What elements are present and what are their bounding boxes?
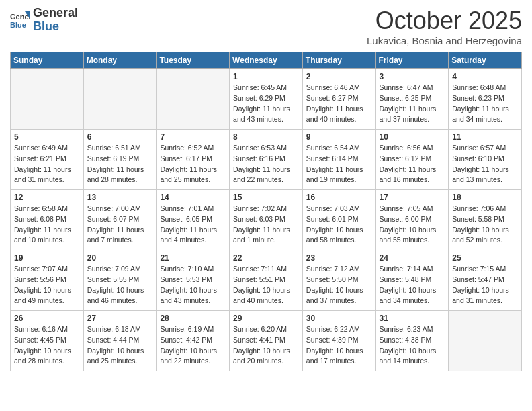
day-number: 5: [14, 132, 80, 142]
calendar-cell: 24Sunrise: 7:14 AMSunset: 5:48 PMDayligh…: [375, 250, 449, 311]
day-number: 8: [233, 132, 299, 142]
day-info: Sunrise: 6:57 AMSunset: 6:10 PMDaylight:…: [452, 143, 518, 185]
location-subtitle: Lukavica, Bosnia and Herzegovina: [367, 35, 522, 46]
calendar-cell: 11Sunrise: 6:57 AMSunset: 6:10 PMDayligh…: [449, 130, 522, 190]
day-number: 31: [380, 314, 445, 323]
day-number: 25: [452, 253, 518, 263]
svg-text:Blue: Blue: [10, 21, 26, 29]
calendar-cell: [449, 311, 522, 371]
day-number: 17: [380, 193, 445, 202]
day-number: 26: [14, 314, 80, 323]
day-number: 4: [452, 72, 518, 81]
day-number: 15: [233, 193, 299, 202]
day-info: Sunrise: 7:07 AMSunset: 5:56 PMDaylight:…: [14, 264, 80, 306]
calendar-cell: 9Sunrise: 6:54 AMSunset: 6:14 PMDaylight…: [302, 130, 375, 190]
day-info: Sunrise: 6:22 AMSunset: 4:39 PMDaylight:…: [306, 324, 372, 367]
day-number: 30: [306, 314, 372, 323]
day-info: Sunrise: 6:53 AMSunset: 6:16 PMDaylight:…: [233, 143, 299, 185]
day-number: 27: [87, 314, 153, 323]
day-number: 1: [233, 72, 299, 81]
calendar-cell: 3Sunrise: 6:47 AMSunset: 6:25 PMDaylight…: [375, 69, 449, 130]
day-info: Sunrise: 6:51 AMSunset: 6:19 PMDaylight:…: [87, 143, 153, 185]
calendar-cell: 22Sunrise: 7:11 AMSunset: 5:51 PMDayligh…: [230, 250, 303, 311]
day-number: 18: [452, 193, 518, 202]
day-header-saturday: Saturday: [449, 52, 522, 69]
day-info: Sunrise: 7:12 AMSunset: 5:50 PMDaylight:…: [306, 264, 372, 306]
calendar-cell: [83, 69, 157, 130]
calendar-cell: 4Sunrise: 6:48 AMSunset: 6:23 PMDaylight…: [449, 69, 522, 130]
day-number: 9: [306, 132, 372, 142]
calendar-cell: 20Sunrise: 7:09 AMSunset: 5:55 PMDayligh…: [83, 250, 157, 311]
day-info: Sunrise: 6:56 AMSunset: 6:12 PMDaylight:…: [380, 143, 445, 185]
day-info: Sunrise: 6:54 AMSunset: 6:14 PMDaylight:…: [306, 143, 372, 185]
title-block: October 2025 Lukavica, Bosnia and Herzeg…: [367, 7, 522, 46]
logo-blue-text: Blue: [33, 19, 59, 33]
day-header-wednesday: Wednesday: [230, 52, 303, 69]
day-info: Sunrise: 6:48 AMSunset: 6:23 PMDaylight:…: [452, 83, 518, 125]
logo-general-text: General: [33, 6, 78, 19]
calendar-cell: 31Sunrise: 6:23 AMSunset: 4:38 PMDayligh…: [375, 311, 449, 371]
day-number: 28: [160, 314, 226, 323]
day-header-thursday: Thursday: [302, 52, 375, 69]
logo-icon: General Blue: [10, 10, 30, 30]
day-info: Sunrise: 7:11 AMSunset: 5:51 PMDaylight:…: [233, 264, 299, 306]
calendar-cell: 8Sunrise: 6:53 AMSunset: 6:16 PMDaylight…: [230, 130, 303, 190]
day-info: Sunrise: 6:47 AMSunset: 6:25 PMDaylight:…: [380, 83, 445, 125]
day-info: Sunrise: 6:23 AMSunset: 4:38 PMDaylight:…: [380, 324, 445, 367]
calendar-cell: 16Sunrise: 7:03 AMSunset: 6:01 PMDayligh…: [302, 190, 375, 250]
day-number: 24: [380, 253, 445, 263]
logo: General Blue General Blue: [10, 7, 78, 34]
calendar-cell: 10Sunrise: 6:56 AMSunset: 6:12 PMDayligh…: [375, 130, 449, 190]
day-number: 20: [87, 253, 153, 263]
day-info: Sunrise: 6:16 AMSunset: 4:45 PMDaylight:…: [14, 324, 80, 367]
day-number: 19: [14, 253, 80, 263]
calendar-cell: 25Sunrise: 7:15 AMSunset: 5:47 PMDayligh…: [449, 250, 522, 311]
day-info: Sunrise: 6:46 AMSunset: 6:27 PMDaylight:…: [306, 83, 372, 125]
header-row: SundayMondayTuesdayWednesdayThursdayFrid…: [11, 52, 522, 69]
day-number: 11: [452, 132, 518, 142]
day-number: 2: [306, 72, 372, 81]
calendar-cell: 6Sunrise: 6:51 AMSunset: 6:19 PMDaylight…: [83, 130, 157, 190]
day-info: Sunrise: 7:05 AMSunset: 6:00 PMDaylight:…: [380, 203, 445, 246]
calendar-cell: 29Sunrise: 6:20 AMSunset: 4:41 PMDayligh…: [230, 311, 303, 371]
day-number: 13: [87, 193, 153, 202]
calendar-cell: 13Sunrise: 7:00 AMSunset: 6:07 PMDayligh…: [83, 190, 157, 250]
week-row-1: 1Sunrise: 6:45 AMSunset: 6:29 PMDaylight…: [11, 69, 522, 130]
day-number: 14: [160, 193, 226, 202]
day-number: 21: [160, 253, 226, 263]
day-info: Sunrise: 7:10 AMSunset: 5:53 PMDaylight:…: [160, 264, 226, 306]
day-number: 3: [380, 72, 445, 81]
day-info: Sunrise: 6:49 AMSunset: 6:21 PMDaylight:…: [14, 143, 80, 185]
calendar-table: SundayMondayTuesdayWednesdayThursdayFrid…: [10, 52, 522, 371]
day-number: 22: [233, 253, 299, 263]
day-info: Sunrise: 6:19 AMSunset: 4:42 PMDaylight:…: [160, 324, 226, 367]
day-info: Sunrise: 7:03 AMSunset: 6:01 PMDaylight:…: [306, 203, 372, 246]
day-info: Sunrise: 7:14 AMSunset: 5:48 PMDaylight:…: [380, 264, 445, 306]
day-number: 29: [233, 314, 299, 323]
day-number: 6: [87, 132, 153, 142]
calendar-cell: 21Sunrise: 7:10 AMSunset: 5:53 PMDayligh…: [157, 250, 230, 311]
week-row-4: 19Sunrise: 7:07 AMSunset: 5:56 PMDayligh…: [11, 250, 522, 311]
calendar-cell: 1Sunrise: 6:45 AMSunset: 6:29 PMDaylight…: [230, 69, 303, 130]
day-info: Sunrise: 6:45 AMSunset: 6:29 PMDaylight:…: [233, 83, 299, 125]
day-info: Sunrise: 7:02 AMSunset: 6:03 PMDaylight:…: [233, 203, 299, 246]
calendar-cell: [11, 69, 84, 130]
day-number: 7: [160, 132, 226, 142]
day-info: Sunrise: 6:58 AMSunset: 6:08 PMDaylight:…: [14, 203, 80, 246]
calendar-cell: [157, 69, 230, 130]
calendar-cell: 18Sunrise: 7:06 AMSunset: 5:58 PMDayligh…: [449, 190, 522, 250]
day-info: Sunrise: 7:01 AMSunset: 6:05 PMDaylight:…: [160, 203, 226, 246]
calendar-cell: 28Sunrise: 6:19 AMSunset: 4:42 PMDayligh…: [157, 311, 230, 371]
day-info: Sunrise: 6:18 AMSunset: 4:44 PMDaylight:…: [87, 324, 153, 367]
day-info: Sunrise: 7:15 AMSunset: 5:47 PMDaylight:…: [452, 264, 518, 306]
day-number: 16: [306, 193, 372, 202]
calendar-cell: 19Sunrise: 7:07 AMSunset: 5:56 PMDayligh…: [11, 250, 84, 311]
calendar-cell: 23Sunrise: 7:12 AMSunset: 5:50 PMDayligh…: [302, 250, 375, 311]
day-info: Sunrise: 6:52 AMSunset: 6:17 PMDaylight:…: [160, 143, 226, 185]
calendar-cell: 27Sunrise: 6:18 AMSunset: 4:44 PMDayligh…: [83, 311, 157, 371]
day-header-friday: Friday: [375, 52, 449, 69]
day-number: 10: [380, 132, 445, 142]
day-number: 23: [306, 253, 372, 263]
calendar-cell: 5Sunrise: 6:49 AMSunset: 6:21 PMDaylight…: [11, 130, 84, 190]
calendar-cell: 30Sunrise: 6:22 AMSunset: 4:39 PMDayligh…: [302, 311, 375, 371]
